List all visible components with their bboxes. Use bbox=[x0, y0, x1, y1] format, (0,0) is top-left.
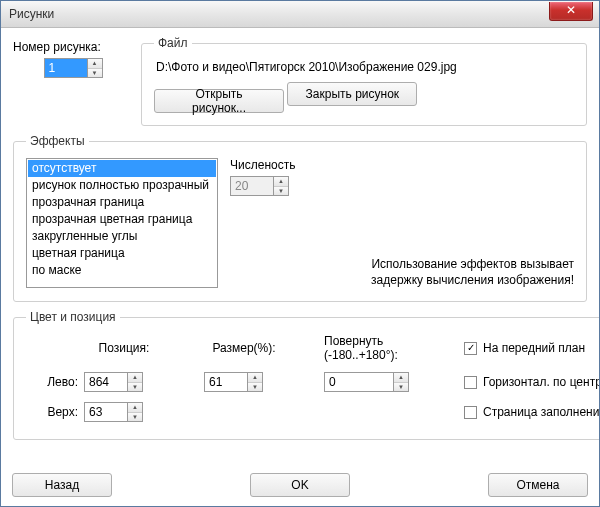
chevron-down-icon: ▼ bbox=[274, 187, 288, 196]
numerosity-spinner: ▲▼ bbox=[230, 176, 289, 196]
fill-checkbox[interactable]: Страница заполнения bbox=[464, 405, 600, 419]
left-spinner[interactable]: ▲▼ bbox=[84, 372, 143, 392]
file-path: D:\Фото и видео\Пятигорск 2010\Изображен… bbox=[156, 60, 574, 74]
cancel-button[interactable]: Отмена bbox=[488, 473, 588, 497]
checkbox-icon[interactable] bbox=[464, 376, 477, 389]
chevron-down-icon: ▼ bbox=[248, 383, 262, 392]
front-checkbox[interactable]: ✓На передний план bbox=[464, 341, 600, 355]
position-fieldset: Цвет и позиция Позиция: Размер(%): Повер… bbox=[13, 310, 600, 440]
back-button[interactable]: Назад bbox=[12, 473, 112, 497]
rotate-input[interactable] bbox=[324, 372, 394, 392]
bottom-bar: Назад OK Отмена bbox=[12, 473, 588, 497]
list-item[interactable]: прозрачная граница bbox=[28, 194, 216, 211]
ok-button[interactable]: OK bbox=[250, 473, 350, 497]
effects-listbox[interactable]: отсутствует рисунок полностью прозрачный… bbox=[26, 158, 218, 288]
list-item[interactable]: цветная граница bbox=[28, 245, 216, 262]
left-label: Лево: bbox=[26, 375, 84, 389]
chevron-up-icon: ▲ bbox=[88, 59, 102, 69]
image-number-label: Номер рисунка: bbox=[13, 40, 133, 54]
titlebar: Рисунки ✕ bbox=[1, 1, 599, 28]
hcenter-checkbox[interactable]: Горизонтал. по центру bbox=[464, 375, 600, 389]
top-input[interactable] bbox=[84, 402, 128, 422]
rotate-spinner[interactable]: ▲▼ bbox=[324, 372, 409, 392]
top-label: Верх: bbox=[26, 405, 84, 419]
chevron-up-icon: ▲ bbox=[128, 373, 142, 383]
file-legend: Файл bbox=[154, 36, 192, 50]
image-number-spinner[interactable]: ▲▼ bbox=[44, 58, 103, 78]
effects-fieldset: Эффекты отсутствует рисунок полностью пр… bbox=[13, 134, 587, 302]
position-header: Позиция: bbox=[84, 341, 164, 355]
window-title: Рисунки bbox=[9, 7, 54, 21]
chevron-down-icon: ▼ bbox=[128, 413, 142, 422]
rotate-header: Повернуть (-180..+180°): bbox=[324, 334, 434, 362]
chevron-up-icon: ▲ bbox=[128, 403, 142, 413]
size-header: Размер(%): bbox=[204, 341, 284, 355]
chevron-down-icon: ▼ bbox=[88, 69, 102, 78]
file-fieldset: Файл D:\Фото и видео\Пятигорск 2010\Изоб… bbox=[141, 36, 587, 126]
left-input[interactable] bbox=[84, 372, 128, 392]
image-number-input[interactable] bbox=[44, 58, 88, 78]
list-item[interactable]: отсутствует bbox=[28, 160, 216, 177]
numerosity-label: Численость bbox=[230, 158, 574, 172]
close-icon[interactable]: ✕ bbox=[549, 2, 593, 21]
chevron-down-icon: ▼ bbox=[128, 383, 142, 392]
checkbox-icon[interactable]: ✓ bbox=[464, 342, 477, 355]
list-item[interactable]: прозрачная цветная граница bbox=[28, 211, 216, 228]
open-image-button[interactable]: Открыть рисунок... bbox=[154, 89, 284, 113]
position-legend: Цвет и позиция bbox=[26, 310, 120, 324]
numerosity-input bbox=[230, 176, 274, 196]
checkbox-icon[interactable] bbox=[464, 406, 477, 419]
chevron-down-icon: ▼ bbox=[394, 383, 408, 392]
chevron-up-icon: ▲ bbox=[248, 373, 262, 383]
list-item[interactable]: рисунок полностью прозрачный bbox=[28, 177, 216, 194]
list-item[interactable]: закругленные углы bbox=[28, 228, 216, 245]
effects-warning: Использование эффектов вызывает задержку… bbox=[371, 256, 574, 288]
effects-legend: Эффекты bbox=[26, 134, 89, 148]
size-spinner[interactable]: ▲▼ bbox=[204, 372, 263, 392]
close-image-button[interactable]: Закрыть рисунок bbox=[287, 82, 417, 106]
chevron-up-icon: ▲ bbox=[274, 177, 288, 187]
top-spinner[interactable]: ▲▼ bbox=[84, 402, 143, 422]
size-input[interactable] bbox=[204, 372, 248, 392]
chevron-up-icon: ▲ bbox=[394, 373, 408, 383]
image-number-group: Номер рисунка: ▲▼ bbox=[13, 36, 133, 134]
list-item[interactable]: по маске bbox=[28, 262, 216, 279]
